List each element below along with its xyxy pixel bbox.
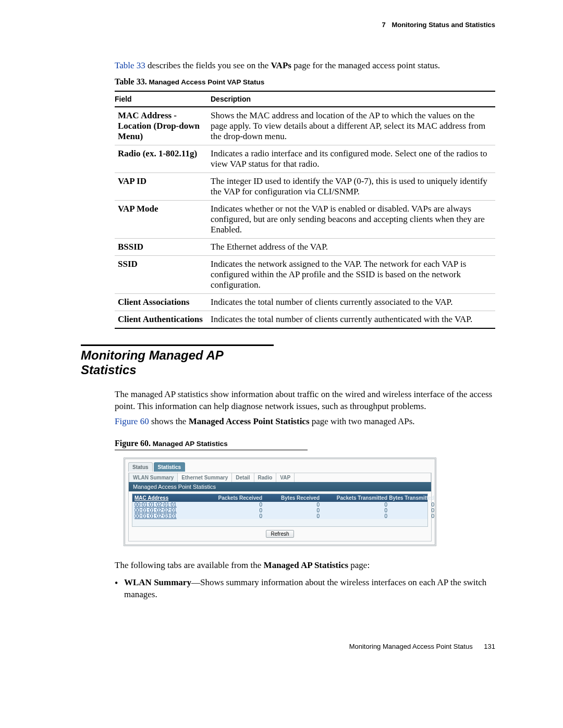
figure-60-caption: Figure 60. Managed AP Statistics [115, 440, 228, 448]
tab-status[interactable]: Status [128, 462, 153, 472]
col-packets-transmitted: Packets Transmitted [320, 495, 387, 501]
subtab-ethernet-summary[interactable]: Ethernet Summary [178, 473, 232, 482]
mac-link[interactable]: 00:01:01:02:03:01 [134, 513, 205, 519]
mac-link[interactable]: 00:01:01:02:02:01 [134, 508, 205, 513]
section-paragraph: The managed AP statistics show informati… [115, 389, 495, 413]
table-row: 00:01:01:02:03:01 0 0 0 0 [132, 513, 427, 519]
table-33-link[interactable]: Table 33 [115, 60, 145, 70]
col-bytes-received: Bytes Received [262, 495, 320, 501]
table-row: 00:01:01:02:02:01 0 0 0 0 [132, 508, 427, 513]
section-heading: Monitoring Managed AP Statistics [81, 344, 274, 377]
table-filler [132, 519, 427, 526]
table-row: VAP ModeIndicates whether or not the VAP… [115, 200, 495, 238]
table-row: Client AssociationsIndicates the total n… [115, 293, 495, 311]
table-row: VAP IDThe integer ID used to identify th… [115, 172, 495, 200]
subtab-radio[interactable]: Radio [254, 473, 277, 482]
subtab-wlan-summary[interactable]: WLAN Summary [129, 473, 178, 482]
list-item: WLAN Summary—Shows summary information a… [115, 577, 495, 601]
col-field: Field [115, 91, 211, 107]
intro-paragraph: Table 33 describes the fields you see on… [115, 60, 495, 72]
table-33-caption: Table 33. Managed Access Point VAP Statu… [115, 77, 495, 87]
stats-table: MAC Address Packets Received Bytes Recei… [132, 493, 428, 527]
page-footer: Monitoring Managed Access Point Status 1… [81, 643, 495, 650]
col-bytes-transmitted: Bytes Transmitted [387, 495, 434, 501]
col-packets-received: Packets Received [205, 495, 262, 501]
table-row: BSSIDThe Ethernet address of the VAP. [115, 238, 495, 255]
table-33: Field Description MAC Address - Location… [115, 91, 495, 329]
subtab-detail[interactable]: Detail [232, 473, 254, 482]
mac-link[interactable]: 00:01:01:02:01:01 [134, 502, 205, 508]
footer-text: Monitoring Managed Access Point Status [349, 643, 473, 650]
panel-title: Managed Access Point Statistics [129, 482, 431, 491]
table-row: Client AuthenticationsIndicates the tota… [115, 311, 495, 328]
table-row: Radio (ex. 1-802.11g)Indicates a radio i… [115, 145, 495, 172]
chapter-number: 7 [382, 21, 386, 29]
chapter-header: 7 Monitoring Status and Statistics [81, 21, 495, 29]
after-figure-paragraph: The following tabs are available from th… [115, 560, 495, 572]
figure-60-link[interactable]: Figure 60 [115, 416, 149, 426]
subtab-vap[interactable]: VAP [276, 473, 295, 482]
figure-60-screenshot: Status Statistics WLAN Summary Ethernet … [124, 458, 436, 546]
col-mac-address[interactable]: MAC Address [134, 495, 205, 501]
page-number: 131 [484, 643, 495, 650]
table-row: SSIDIndicates the network assigned to th… [115, 255, 495, 293]
tab-statistics[interactable]: Statistics [154, 462, 185, 472]
table-row: 00:01:01:02:01:01 0 0 0 0 [132, 502, 427, 508]
table-row: MAC Address - Location (Drop-down Menu)S… [115, 107, 495, 145]
chapter-title: Monitoring Status and Statistics [391, 21, 495, 29]
refresh-button[interactable]: Refresh [266, 530, 293, 538]
figure-intro: Figure 60 shows the Managed Access Point… [115, 416, 495, 428]
col-description: Description [211, 91, 495, 107]
